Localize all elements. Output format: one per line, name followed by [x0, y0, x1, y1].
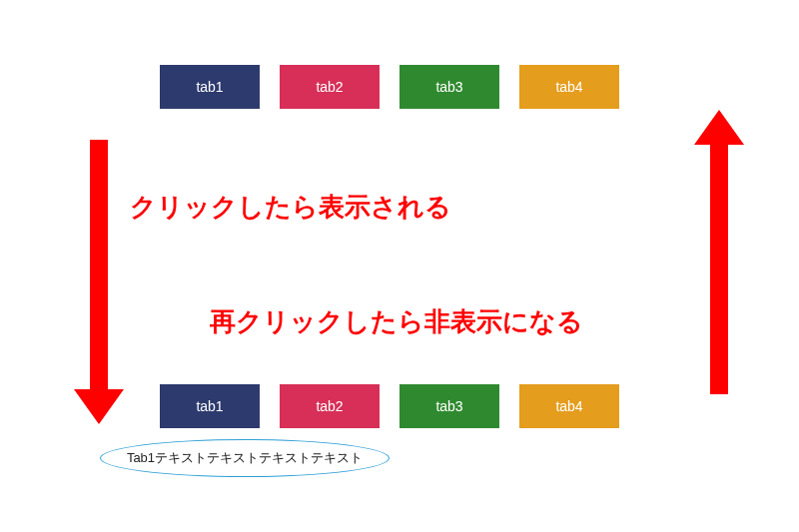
tab-bottom-2[interactable]: tab2	[280, 384, 380, 428]
tab-bottom-3[interactable]: tab3	[400, 384, 499, 428]
tab-top-1[interactable]: tab1	[160, 65, 260, 109]
arrow-down-icon	[90, 140, 124, 424]
tab1-content-text: Tab1テキストテキストテキストテキスト	[127, 449, 363, 467]
annotation-show-on-click: クリックしたら表示される	[130, 190, 451, 225]
tab-top-3[interactable]: tab3	[400, 65, 499, 109]
tab-bottom-4[interactable]: tab4	[519, 384, 619, 428]
tab-top-4[interactable]: tab4	[519, 65, 619, 109]
tab-row-bottom: tab1 tab2 tab3 tab4	[160, 384, 619, 428]
tab-top-2[interactable]: tab2	[280, 65, 380, 109]
arrow-up-icon	[710, 110, 744, 394]
tab-row-top: tab1 tab2 tab3 tab4	[160, 65, 619, 109]
tab-bottom-1[interactable]: tab1	[160, 384, 260, 428]
tab1-content-bubble: Tab1テキストテキストテキストテキスト	[100, 439, 390, 477]
annotation-hide-on-reclick: 再クリックしたら非表示になる	[210, 304, 583, 339]
